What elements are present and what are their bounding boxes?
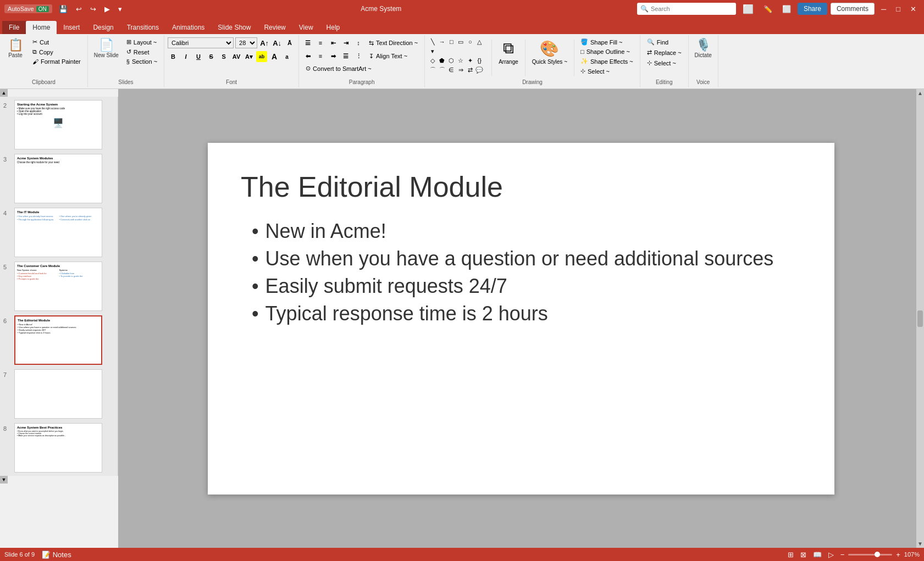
tab-insert[interactable]: Insert <box>57 21 86 34</box>
clear-format-button[interactable]: Ā <box>284 37 295 48</box>
underline-button[interactable]: U <box>193 51 204 62</box>
minimize-button[interactable]: ─ <box>878 4 889 14</box>
shape-effects-button[interactable]: ✨ Shape Effects ~ <box>577 57 637 66</box>
align-center-button[interactable]: ≡ <box>315 51 326 62</box>
arrange-button[interactable]: ⧉ Arrange <box>495 37 522 67</box>
find-button[interactable]: 🔍 Find <box>644 37 672 47</box>
view-reading-button[interactable]: 📖 <box>811 550 823 559</box>
tab-design[interactable]: Design <box>86 21 120 34</box>
present-button[interactable]: ▶ <box>101 4 113 14</box>
font-family-select[interactable]: Calibri <box>168 37 234 48</box>
panel-scroll-down[interactable]: ▼ <box>0 476 8 484</box>
triangle-shape[interactable]: △ <box>475 37 484 46</box>
char-spacing-button[interactable]: AV <box>231 51 242 62</box>
shape10[interactable]: ∈ <box>447 65 456 74</box>
font-size-down2[interactable]: a <box>281 51 292 62</box>
view-slideshow-button[interactable]: ▷ <box>827 550 836 559</box>
cut-button[interactable]: ✂ Cut <box>29 37 84 47</box>
shape-outline-button[interactable]: □ Shape Outline ~ <box>577 47 637 56</box>
shape12[interactable]: ⇄ <box>466 65 474 74</box>
reset-button[interactable]: ↺ Reset <box>123 47 161 57</box>
undo-button[interactable]: ↩ <box>73 4 85 14</box>
shape-fill-button[interactable]: 🪣 Shape Fill ~ <box>577 37 637 47</box>
zoom-in-btn[interactable]: + <box>894 550 902 559</box>
view-slide-sorter-button[interactable]: ⊠ <box>799 550 808 559</box>
save-button[interactable]: 💾 <box>56 4 71 14</box>
arrow-shape[interactable]: → <box>438 37 446 46</box>
callout-shape[interactable]: 💬 <box>475 65 484 74</box>
text-direction-button[interactable]: ⇆ Text Direction ~ <box>366 38 421 48</box>
slide-canvas[interactable]: The Editorial Module New in Acme! Use wh… <box>208 143 834 495</box>
tab-review[interactable]: Review <box>257 21 292 34</box>
slide-item[interactable]: 8 Acme System Best Practices • Know what… <box>2 422 115 474</box>
redo-button[interactable]: ↪ <box>87 4 99 14</box>
shape6[interactable]: ✦ <box>466 56 474 65</box>
decrease-font-button[interactable]: A↓ <box>272 37 283 48</box>
scroll-down-btn[interactable]: ▼ <box>917 541 923 547</box>
slide-item[interactable]: 2 Starting the Acme System • Make sure y… <box>2 99 115 151</box>
tab-animations[interactable]: Animations <box>165 21 211 34</box>
increase-font-button[interactable]: A↑ <box>259 37 270 48</box>
rect-shape[interactable]: □ <box>447 37 456 46</box>
tab-file[interactable]: File <box>2 21 26 34</box>
font-size-select[interactable]: 28 <box>235 37 257 48</box>
scroll-thumb[interactable] <box>917 310 923 327</box>
layout-button[interactable]: ⊞ Layout ~ <box>123 37 161 47</box>
bold-button[interactable]: B <box>168 51 179 62</box>
search-input[interactable] <box>651 5 733 12</box>
shape4[interactable]: ⬡ <box>447 56 456 65</box>
slide-item[interactable]: 3 Acme System Modules Choose the right m… <box>2 153 115 204</box>
font-size-up2[interactable]: A <box>269 51 280 62</box>
section-button[interactable]: § Section ~ <box>123 57 161 66</box>
canvas-scrollbar[interactable]: ▲ ▼ <box>916 89 924 548</box>
line-shape[interactable]: ╲ <box>428 37 437 46</box>
pen-button[interactable]: ✏️ <box>760 4 776 14</box>
panel-scroll-up[interactable]: ▲ <box>0 89 8 97</box>
autosave-toggle[interactable]: AutoSave ON <box>4 4 52 13</box>
search-box[interactable]: 🔍 <box>637 3 736 15</box>
align-right-button[interactable]: ➡ <box>328 51 339 62</box>
restore-button[interactable]: ⬜ <box>779 4 794 14</box>
decrease-indent-button[interactable]: ⇤ <box>328 37 339 48</box>
maximize-button[interactable]: □ <box>893 4 904 14</box>
quick-styles-button[interactable]: 🎨 Quick Styles ~ <box>528 37 571 67</box>
paste-button[interactable]: 📋 Paste <box>3 37 27 60</box>
copy-button[interactable]: ⧉ Copy <box>29 47 84 57</box>
slide-item[interactable]: 7 <box>2 368 115 420</box>
font-color-button[interactable]: A▾ <box>244 51 254 62</box>
shape9[interactable]: ⌒ <box>438 65 446 74</box>
slide-item-active[interactable]: 6 The Editorial Module • New in Acme! • … <box>2 314 115 366</box>
shape2[interactable]: ◇ <box>428 56 437 65</box>
shape8[interactable]: ⌒ <box>428 65 437 74</box>
ribbon-display-button[interactable]: ⬜ <box>739 3 757 15</box>
close-button[interactable]: ✕ <box>907 4 920 14</box>
numbering-button[interactable]: ≡ <box>315 37 326 48</box>
align-left-button[interactable]: ⬅ <box>302 51 313 62</box>
tab-slideshow[interactable]: Slide Show <box>211 21 257 34</box>
select-button[interactable]: ⊹ Select ~ <box>577 66 637 76</box>
zoom-out-btn[interactable]: − <box>839 550 846 559</box>
shape5[interactable]: ☆ <box>456 56 465 65</box>
rounded-rect-shape[interactable]: ▭ <box>456 37 465 46</box>
convert-smartart-button[interactable]: ⊙ Convert to SmartArt ~ <box>302 64 375 73</box>
tab-help[interactable]: Help <box>320 21 347 34</box>
tab-home[interactable]: Home <box>26 21 57 34</box>
select-all-button[interactable]: ⊹ Select ~ <box>644 58 679 68</box>
columns-button[interactable]: ⋮ <box>353 51 364 62</box>
comments-button[interactable]: Comments <box>831 3 875 15</box>
oval-shape[interactable]: ○ <box>466 37 474 46</box>
strikethrough-button[interactable]: S <box>206 51 217 62</box>
slide-item[interactable]: 4 The IT Module • Use when you already h… <box>2 207 115 258</box>
replace-button[interactable]: ⇄ Replace ~ <box>644 48 685 57</box>
shape7[interactable]: {} <box>475 56 484 65</box>
notes-button[interactable]: 📝 Notes <box>40 550 73 559</box>
shadow-button[interactable]: S <box>218 51 229 62</box>
view-normal-button[interactable]: ⊞ <box>786 550 795 559</box>
customize-quick-access[interactable]: ▾ <box>115 4 125 14</box>
tab-transitions[interactable]: Transitions <box>120 21 165 34</box>
dictate-button[interactable]: 🎙️ Dictate <box>692 37 715 60</box>
shape11[interactable]: ⇒ <box>456 65 465 74</box>
share-button[interactable]: Share <box>798 3 827 15</box>
justify-button[interactable]: ☰ <box>340 51 351 62</box>
align-text-button[interactable]: ↧ Align Text ~ <box>366 52 411 61</box>
